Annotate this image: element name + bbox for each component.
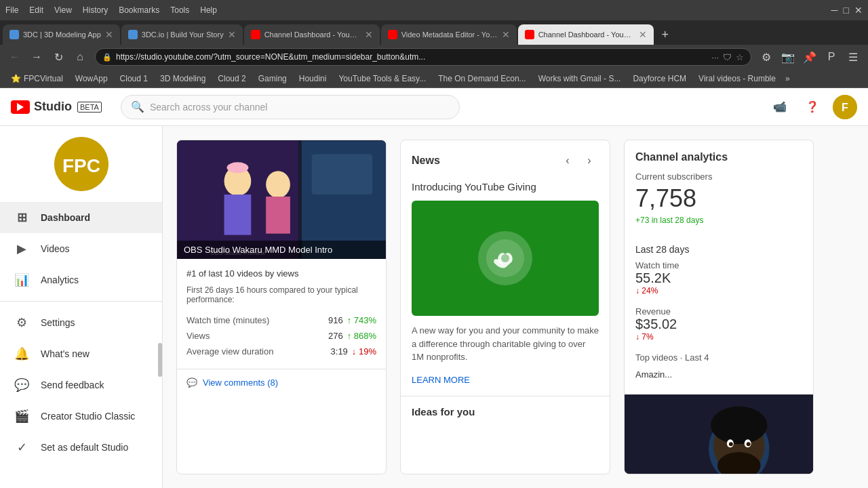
- bookmark-yttools[interactable]: YouTube Tools & Easy...: [333, 73, 431, 85]
- tab-close-4[interactable]: ✕: [502, 29, 510, 40]
- tab-close-1[interactable]: ✕: [105, 29, 113, 40]
- menu-edit[interactable]: Edit: [29, 5, 43, 15]
- bookmark-dayforce[interactable]: Dayforce HCM: [627, 73, 692, 85]
- stat-row-duration: Average view duration 3:19 ↓ 19%: [186, 344, 376, 359]
- bookmark-viral[interactable]: Viral videos - Rumble: [693, 73, 781, 85]
- top-video-item: Amazin...: [625, 365, 813, 384]
- revenue-change: ↓ 7%: [635, 332, 802, 342]
- sidebar-item-set-default[interactable]: ✓ Set as default Studio: [0, 432, 162, 463]
- sidebar-label-creator-classic: Creator Studio Classic: [41, 411, 135, 422]
- tab-favicon-3: [251, 30, 260, 39]
- learn-more-link[interactable]: LEARN MORE: [401, 372, 610, 396]
- subscribers-change: +73 in last 28 days: [635, 216, 802, 225]
- tab-channel-dashboard-1[interactable]: Channel Dashboard - YouTube ✕: [244, 24, 380, 45]
- menu-history[interactable]: History: [83, 5, 108, 15]
- youtube-logo-icon: [11, 100, 30, 114]
- svg-rect-12: [312, 154, 372, 195]
- create-video-button[interactable]: 📹: [768, 95, 792, 119]
- bookmark-cloud1[interactable]: Cloud 1: [115, 73, 153, 85]
- bookmarks-overflow[interactable]: »: [783, 74, 793, 83]
- sidebar-scrollbar[interactable]: [158, 343, 162, 377]
- pinterest-icon[interactable]: P: [822, 47, 841, 66]
- whats-new-icon: 🔔: [14, 346, 30, 361]
- tab-close-5[interactable]: ✕: [639, 29, 647, 40]
- giving-icon-circle: [478, 231, 532, 285]
- analytics-period-label: Last 28 days: [625, 236, 813, 258]
- svg-point-15: [501, 254, 509, 262]
- bookmark-houdini[interactable]: Houdini: [294, 73, 332, 85]
- camera-icon[interactable]: 📷: [778, 47, 797, 66]
- window-minimize[interactable]: ─: [831, 5, 838, 16]
- bookmark-3dmod[interactable]: 3D Modeling: [155, 73, 211, 85]
- channel-avatar[interactable]: FPC: [54, 137, 108, 191]
- search-bar[interactable]: 🔍 Search across your channel: [121, 95, 460, 119]
- sidebar-item-whats-new[interactable]: 🔔 What's new: [0, 338, 162, 369]
- bookmark-gaming[interactable]: Gaming: [253, 73, 292, 85]
- sidebar-item-dashboard[interactable]: ⊞ Dashboard: [0, 202, 162, 233]
- main-content: OBS Studio Preview OBS Studio Wakaru MMD…: [163, 126, 868, 488]
- address-text: https://studio.youtube.com/?utm_source=N…: [116, 52, 707, 62]
- bookmark-label-wow: WowApp: [75, 74, 108, 83]
- home-button[interactable]: ⌂: [71, 47, 90, 66]
- sidebar-item-send-feedback[interactable]: 💬 Send feedback: [0, 369, 162, 401]
- studio-logo: Studio BETA: [11, 100, 102, 114]
- search-icon: 🔍: [131, 100, 144, 113]
- bookmark-wowapp[interactable]: WowApp: [70, 73, 113, 85]
- sidebar-item-analytics[interactable]: 📊 Analytics: [0, 264, 162, 296]
- analytics-title: Channel analytics: [635, 151, 802, 163]
- menu-help[interactable]: Help: [200, 5, 217, 15]
- top-video-card: OBS Studio Preview OBS Studio Wakaru MMD…: [176, 140, 387, 474]
- new-tab-button[interactable]: +: [655, 24, 675, 45]
- view-comments-button[interactable]: 💬 View comments (8): [177, 369, 386, 396]
- tab-3dc-modeling[interactable]: 3DC | 3D Modeling App ✕: [3, 24, 120, 45]
- studio-header: Studio BETA 🔍 Search across your channel…: [0, 88, 868, 126]
- tab-label-5: Channel Dashboard - YouTube: [538, 30, 635, 39]
- tab-3dc-story[interactable]: 3DC.io | Build Your Story ✕: [121, 24, 243, 45]
- tab-video-metadata[interactable]: Video Metadata Editor - YouT... ✕: [381, 24, 517, 45]
- menu-tools[interactable]: Tools: [170, 5, 189, 15]
- ssl-lock-icon: 🔒: [102, 53, 112, 62]
- avatar[interactable]: F: [833, 95, 857, 119]
- address-bar[interactable]: 🔒 https://studio.youtube.com/?utm_source…: [95, 48, 751, 66]
- tab-close-3[interactable]: ✕: [365, 29, 373, 40]
- channel-avatar-image: FPC: [54, 137, 108, 191]
- sidebar-label-set-default: Set as default Studio: [41, 442, 128, 453]
- menu-bookmarks[interactable]: Bookmarks: [119, 5, 159, 15]
- creator-classic-icon: 🎬: [14, 409, 30, 424]
- duration-change: ↓ 19%: [352, 346, 376, 357]
- extensions-button[interactable]: ⚙: [757, 47, 776, 66]
- bookmark-gmail[interactable]: Works with Gmail - S...: [533, 73, 627, 85]
- tab-channel-dashboard-active[interactable]: Channel Dashboard - YouTube ✕: [518, 24, 654, 45]
- menu-file[interactable]: File: [5, 5, 18, 15]
- shield-icon[interactable]: 🛡: [723, 52, 732, 62]
- window-maximize[interactable]: □: [844, 5, 849, 16]
- tab-label-1: 3DC | 3D Modeling App: [23, 30, 101, 39]
- browser-toolbar: ← → ↻ ⌂ 🔒 https://studio.youtube.com/?ut…: [0, 45, 868, 69]
- forward-button[interactable]: →: [27, 47, 46, 66]
- back-button[interactable]: ←: [5, 47, 24, 66]
- sidebar-label-videos: Videos: [41, 243, 70, 254]
- bookmark-ondemand[interactable]: The On Demand Econ...: [433, 73, 531, 85]
- video-thumb-overlay: OBS Studio Wakaru MMD Model Intro: [177, 241, 386, 259]
- tab-close-2[interactable]: ✕: [228, 29, 236, 40]
- bookmark-star-icon[interactable]: ☆: [736, 52, 744, 62]
- bookmark-fpcvirtual[interactable]: ⭐ FPCVirtual: [5, 73, 68, 85]
- address-menu-icon[interactable]: ···: [711, 52, 719, 62]
- window-close[interactable]: ✕: [854, 5, 863, 16]
- sidebar-label-whats-new: What's new: [41, 348, 90, 359]
- sidebar-item-videos[interactable]: ▶ Videos: [0, 233, 162, 264]
- sidebar-item-creator-classic[interactable]: 🎬 Creator Studio Classic: [0, 401, 162, 432]
- svg-point-8: [227, 162, 249, 173]
- sidebar-item-settings[interactable]: ⚙ Settings: [0, 307, 162, 338]
- news-prev-button[interactable]: ‹: [558, 151, 577, 170]
- watch-time-label: Watch time: [635, 260, 802, 270]
- hamburger-menu[interactable]: ☰: [844, 47, 863, 66]
- bookmark-cloud2[interactable]: Cloud 2: [212, 73, 251, 85]
- menu-view[interactable]: View: [54, 5, 72, 15]
- news-next-button[interactable]: ›: [580, 151, 599, 170]
- address-actions: ··· 🛡 ☆: [711, 52, 744, 62]
- pin-icon[interactable]: 📌: [800, 47, 819, 66]
- titlebar-menu: File Edit View History Bookmarks Tools H…: [5, 5, 217, 15]
- help-button[interactable]: ❓: [800, 95, 825, 119]
- reload-button[interactable]: ↻: [49, 47, 68, 66]
